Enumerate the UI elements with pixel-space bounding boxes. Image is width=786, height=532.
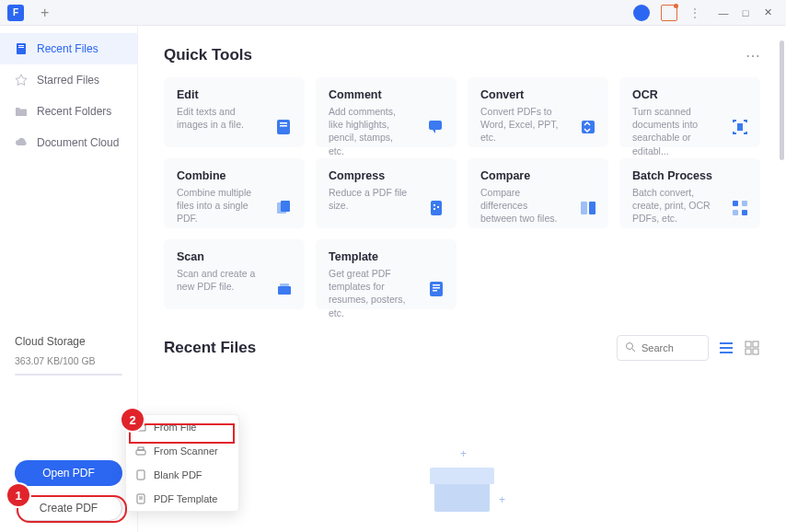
context-item-pdf-template[interactable]: PDF Template xyxy=(126,487,238,511)
tool-title: Compress xyxy=(329,169,444,182)
tool-combine[interactable]: Combine Combine multiple files into a si… xyxy=(164,158,305,228)
grid-view-button[interactable] xyxy=(744,340,760,356)
svg-line-25 xyxy=(632,349,635,352)
folder-icon xyxy=(15,105,28,118)
search-icon xyxy=(625,340,636,356)
recent-files-header: Recent Files xyxy=(164,335,760,361)
svg-rect-2 xyxy=(18,47,24,48)
sidebar-item-document-cloud[interactable]: Document Cloud xyxy=(0,127,137,158)
tool-desc: Combine multiple files into a single PDF… xyxy=(177,186,258,226)
minimize-button[interactable]: — xyxy=(712,4,734,22)
tool-title: Scan xyxy=(177,250,292,263)
svg-rect-35 xyxy=(137,470,144,480)
cloud-storage-bar xyxy=(15,374,122,376)
batch-icon xyxy=(731,199,749,217)
scanner-icon xyxy=(135,445,146,457)
sidebar-item-label: Recent Folders xyxy=(37,105,111,118)
svg-rect-8 xyxy=(737,123,743,131)
svg-rect-4 xyxy=(280,122,287,124)
context-item-label: From File xyxy=(154,422,196,433)
context-item-from-scanner[interactable]: From Scanner xyxy=(126,439,238,463)
tool-desc: Convert PDFs to Word, Excel, PPT, etc. xyxy=(480,105,561,145)
tool-title: Combine xyxy=(177,169,292,182)
context-item-label: PDF Template xyxy=(154,493,218,504)
tool-desc: Edit texts and images in a file. xyxy=(177,105,258,131)
titlebar-right: ⋮ — □ ✕ xyxy=(633,4,779,22)
tool-ocr[interactable]: OCR Turn scanned documents into searchab… xyxy=(619,77,760,147)
tool-title: Convert xyxy=(480,88,595,101)
compare-icon xyxy=(579,199,597,217)
sidebar-item-label: Starred Files xyxy=(37,74,99,87)
svg-rect-13 xyxy=(589,202,595,214)
sidebar-item-recent-files[interactable]: Recent Files xyxy=(0,33,137,64)
create-pdf-button[interactable]: Create PDF xyxy=(15,495,122,521)
svg-rect-14 xyxy=(733,201,738,206)
svg-rect-30 xyxy=(753,341,758,347)
user-avatar[interactable] xyxy=(633,5,650,21)
kebab-menu-icon[interactable]: ⋮ xyxy=(688,6,701,20)
star-icon xyxy=(15,74,28,87)
tool-desc: Batch convert, create, print, OCR PDFs, … xyxy=(632,186,713,226)
annotation-badge-2: 2 xyxy=(121,409,144,431)
tool-batch-process[interactable]: Batch Process Batch convert, create, pri… xyxy=(619,158,760,228)
tool-compress[interactable]: Compress Reduce a PDF file size. xyxy=(316,158,457,228)
tool-comment[interactable]: Comment Add comments, like highlights, p… xyxy=(316,77,457,147)
context-item-label: From Scanner xyxy=(154,445,218,457)
svg-rect-34 xyxy=(138,447,144,450)
search-box[interactable] xyxy=(617,335,709,361)
titlebar: F + ⋮ — □ ✕ xyxy=(0,0,786,26)
svg-rect-12 xyxy=(581,202,587,214)
tool-title: Comment xyxy=(329,88,444,101)
svg-rect-15 xyxy=(742,201,747,206)
tool-title: Batch Process xyxy=(632,169,747,182)
open-pdf-button[interactable]: Open PDF xyxy=(15,460,122,486)
svg-rect-18 xyxy=(278,286,291,295)
quick-tools-title: Quick Tools xyxy=(164,46,252,64)
tool-edit[interactable]: Edit Edit texts and images in a file. xyxy=(164,77,305,147)
search-input[interactable] xyxy=(642,342,706,353)
svg-rect-11 xyxy=(431,201,442,215)
tool-scan[interactable]: Scan Scan and create a new PDF file. xyxy=(164,239,305,309)
quick-tools-grid: Edit Edit texts and images in a file. Co… xyxy=(164,77,760,309)
scrollbar-thumb[interactable] xyxy=(780,40,784,160)
sidebar-item-label: Recent Files xyxy=(37,42,98,55)
tool-desc: Add comments, like highlights, pencil, s… xyxy=(329,105,410,157)
tool-compare[interactable]: Compare Compare differences between two … xyxy=(468,158,608,228)
tool-desc: Compare differences between two files. xyxy=(480,186,561,226)
edit-icon xyxy=(275,118,294,136)
svg-rect-0 xyxy=(17,43,26,54)
quick-tools-header: Quick Tools ⋯ xyxy=(164,46,760,64)
template-small-icon xyxy=(135,493,146,504)
context-item-label: Blank PDF xyxy=(154,469,202,480)
recent-files-title: Recent Files xyxy=(164,339,256,357)
sidebar-item-starred-files[interactable]: Starred Files xyxy=(0,64,137,96)
notification-icon[interactable] xyxy=(661,5,677,21)
svg-rect-19 xyxy=(280,283,289,286)
svg-rect-3 xyxy=(277,120,290,134)
tool-convert[interactable]: Convert Convert PDFs to Word, Excel, PPT… xyxy=(468,77,608,147)
app-logo: F xyxy=(7,5,24,21)
close-button[interactable]: ✕ xyxy=(757,4,779,22)
template-icon xyxy=(427,280,445,298)
svg-rect-1 xyxy=(18,45,24,46)
ocr-icon xyxy=(731,118,749,136)
svg-rect-27 xyxy=(720,347,733,349)
new-tab-button[interactable]: + xyxy=(40,5,49,21)
sidebar-item-recent-folders[interactable]: Recent Folders xyxy=(0,96,137,127)
svg-rect-5 xyxy=(280,125,287,127)
tool-title: Template xyxy=(329,250,444,263)
svg-rect-20 xyxy=(430,282,443,296)
tool-title: Edit xyxy=(177,88,292,101)
tool-template[interactable]: Template Get great PDF templates for res… xyxy=(316,239,457,309)
svg-rect-16 xyxy=(733,210,738,215)
svg-rect-6 xyxy=(429,121,442,130)
blank-icon xyxy=(135,469,146,480)
context-item-blank-pdf[interactable]: Blank PDF xyxy=(126,463,238,487)
recent-files-controls xyxy=(617,335,760,361)
tool-title: Compare xyxy=(480,169,595,182)
annotation-badge-1: 1 xyxy=(7,484,29,506)
compress-icon xyxy=(427,199,445,217)
list-view-button[interactable] xyxy=(718,340,734,356)
maximize-button[interactable]: □ xyxy=(734,4,757,22)
quick-tools-menu-button[interactable]: ⋯ xyxy=(746,47,760,64)
